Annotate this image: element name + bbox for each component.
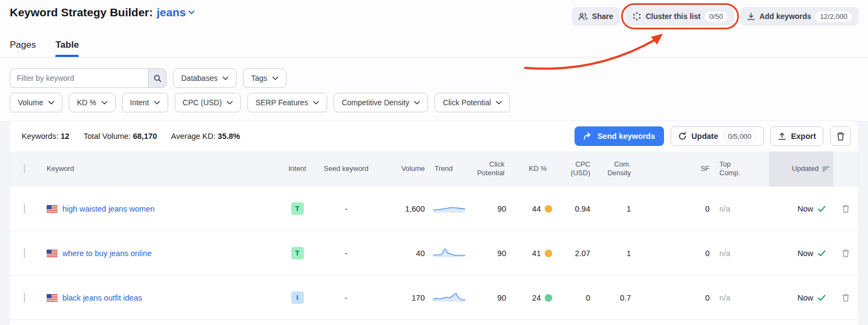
seed-keyword-value: - — [314, 294, 379, 302]
kd-filter[interactable]: KD % — [69, 93, 116, 112]
tags-label: Tags — [251, 74, 267, 82]
table-header-row: Keyword Intent Seed keyword Volume Trend… — [10, 151, 858, 186]
cluster-icon — [633, 12, 641, 21]
kd-value: 44 — [506, 205, 552, 213]
sort-descending-icon — [822, 166, 830, 172]
share-button[interactable]: Share — [572, 7, 620, 26]
volume-filter[interactable]: Volume — [10, 93, 62, 112]
col-keyword[interactable]: Keyword — [47, 164, 281, 173]
updated-cell: Now — [769, 294, 833, 302]
refresh-icon — [678, 132, 687, 141]
trend-sparkline — [425, 291, 471, 305]
add-keywords-button[interactable]: Add keywords 12/2,000 — [741, 7, 858, 26]
send-keywords-button[interactable]: Send keywords — [575, 126, 663, 146]
add-keywords-label: Add keywords — [760, 12, 812, 21]
check-icon — [818, 250, 826, 257]
cpc-value: 0 — [552, 294, 590, 302]
volume-value: 170 — [379, 294, 425, 302]
list-selector[interactable]: jeans — [157, 6, 195, 19]
click-potential-filter-label: Click Potential — [443, 98, 491, 107]
page-title: Keyword Strategy Builder: jeans — [10, 6, 195, 19]
update-button[interactable]: Update 0/5,000 — [671, 126, 764, 146]
table-toolbar: Keywords: 12 Total Volume: 68,170 Averag… — [10, 121, 858, 151]
row-checkbox[interactable] — [24, 203, 25, 214]
click-potential-value: 90 — [471, 205, 506, 213]
table-row: where to buy jeans online T - 40 90 41 2… — [10, 231, 858, 275]
competitive-density-filter[interactable]: Competitive Density — [334, 93, 429, 112]
col-intent[interactable]: Intent — [281, 164, 314, 173]
serp-features-filter-label: SERP Features — [256, 98, 308, 107]
trash-icon — [842, 205, 850, 213]
top-comp-value: n/a — [710, 294, 769, 302]
share-users-icon — [578, 12, 588, 21]
cluster-this-list-button[interactable]: Cluster this list 0/50 — [626, 7, 733, 26]
top-comp-value: n/a — [710, 205, 769, 213]
check-icon — [818, 206, 826, 212]
databases-filter[interactable]: Databases — [173, 68, 237, 88]
col-sf[interactable]: SF — [631, 164, 710, 173]
tab-pages[interactable]: Pages — [10, 40, 36, 57]
keyword-link[interactable]: black jeans outfit ideas — [62, 294, 142, 302]
intent-badge-transactional[interactable]: T — [291, 202, 304, 215]
filter-keyword-input[interactable] — [10, 68, 148, 88]
export-label: Export — [791, 132, 816, 141]
export-icon — [778, 132, 786, 141]
row-checkbox[interactable] — [24, 292, 25, 303]
col-cpc[interactable]: CPC (USD) — [554, 160, 590, 178]
seed-keyword-value: - — [314, 249, 379, 258]
intent-badge-informational[interactable]: I — [291, 291, 304, 304]
chevron-down-icon — [496, 101, 502, 105]
cpc-value: 0.94 — [552, 205, 590, 213]
add-keywords-count-badge: 12/2,000 — [815, 11, 852, 22]
com-density-value: 1 — [590, 205, 631, 213]
chevron-down-icon — [48, 101, 54, 105]
intent-badge-transactional[interactable]: T — [291, 247, 304, 259]
update-label: Update — [692, 132, 718, 141]
list-name: jeans — [157, 6, 186, 19]
delete-row-button[interactable] — [833, 205, 858, 213]
select-all-checkbox[interactable] — [24, 164, 25, 173]
seed-keyword-value: - — [314, 205, 379, 213]
serp-features-filter[interactable]: SERP Features — [247, 93, 327, 112]
cluster-label: Cluster this list — [646, 12, 700, 21]
click-potential-filter[interactable]: Click Potential — [435, 93, 510, 112]
search-button[interactable] — [148, 68, 167, 88]
keywords-table-card: Keywords: 12 Total Volume: 68,170 Averag… — [10, 121, 858, 325]
tags-filter[interactable]: Tags — [243, 68, 286, 88]
kd-value: 24 — [506, 294, 552, 302]
delete-list-button[interactable] — [830, 126, 851, 146]
table-row: high waisted jeans women T - 1,600 90 44… — [10, 186, 858, 231]
col-volume[interactable]: Volume — [379, 164, 425, 173]
cpc-filter-label: CPC (USD) — [183, 98, 222, 107]
table-row: black jeans outfit ideas I - 170 90 24 0… — [10, 275, 858, 320]
search-icon — [154, 74, 162, 82]
view-tabs: Pages Table — [10, 40, 858, 57]
col-kd[interactable]: KD % — [506, 164, 552, 173]
col-updated[interactable]: Updated — [769, 151, 833, 186]
tab-table[interactable]: Table — [55, 40, 79, 57]
chevron-down-icon — [154, 101, 160, 105]
row-checkbox[interactable] — [24, 248, 25, 258]
keyword-link[interactable]: high waisted jeans women — [62, 205, 155, 213]
delete-row-button[interactable] — [833, 249, 858, 258]
keyword-link[interactable]: where to buy jeans online — [62, 249, 151, 258]
delete-row-button[interactable] — [833, 294, 858, 302]
top-section: Keyword Strategy Builder: jeans Share — [0, 0, 868, 121]
col-com-density[interactable]: Com. Density — [596, 160, 631, 178]
volume-filter-label: Volume — [18, 98, 43, 107]
export-button[interactable]: Export — [770, 126, 824, 146]
col-trend[interactable]: Trend — [425, 164, 471, 173]
col-click-potential[interactable]: Click Potential — [471, 160, 505, 178]
download-icon — [747, 12, 755, 21]
cpc-filter[interactable]: CPC (USD) — [175, 93, 241, 112]
col-seed-keyword[interactable]: Seed keyword — [314, 164, 379, 173]
col-top-comp[interactable]: Top Comp. — [710, 160, 748, 178]
click-potential-value: 90 — [471, 249, 506, 258]
volume-value: 1,600 — [379, 205, 425, 213]
chevron-down-icon — [101, 101, 107, 105]
chevron-down-icon — [313, 101, 319, 105]
intent-filter[interactable]: Intent — [122, 93, 168, 112]
page-title-text: Keyword Strategy Builder: — [10, 6, 153, 19]
updated-value: Now — [797, 249, 813, 258]
trash-icon — [842, 294, 850, 302]
